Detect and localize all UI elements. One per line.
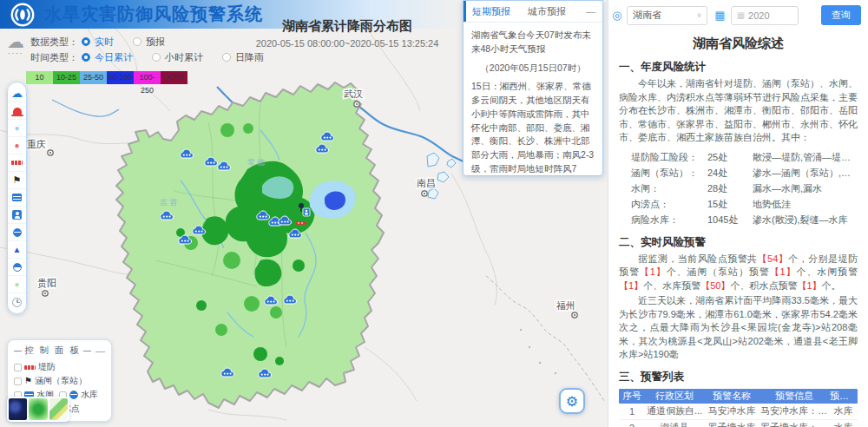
stat-cell: 漏水—水闸,漏水 <box>753 181 858 196</box>
table-cell: 2 <box>619 423 645 427</box>
legend-swatch: >250 <box>161 71 187 84</box>
stat-row: 涵闸（泵站）：24处渗水—涵闸（泵站）,裂缝—涵闸（... <box>631 165 858 181</box>
map-controls: ☁ .... 数据类型： 实时 预报 时间类型： 今日累计 小时累计 日降雨 1… <box>7 34 283 84</box>
control-panel-title: 控 制 面 板 <box>24 345 81 357</box>
green-station-icon: ● <box>14 280 19 289</box>
sidebar-item-station-blue[interactable]: ● <box>8 120 26 137</box>
half-circle-icon <box>13 263 22 272</box>
stat-cell: 水闸： <box>631 181 707 196</box>
stat-cell: 内涝点： <box>631 196 707 212</box>
app-logo-icon <box>9 2 36 28</box>
table-header-cell: 序号 <box>619 390 645 403</box>
table-header-cell: 预警类别 <box>829 390 858 403</box>
stat-row: 水闸：28处漏水—水闸,漏水 <box>631 181 858 196</box>
svg-text:南昌: 南昌 <box>417 178 436 188</box>
forecast-panel-minimize[interactable]: — <box>579 6 602 16</box>
tab-short-term-forecast[interactable]: 短期预报 <box>464 1 519 22</box>
radio-forecast[interactable]: 预报 <box>133 36 165 49</box>
app-window: 吉首 常德 重庆 武汉 南昌 贵阳 福 <box>0 0 868 427</box>
table-cell: 水库 <box>829 404 858 417</box>
time-type-row: 时间类型： 今日累计 小时累计 日降雨 <box>30 49 283 65</box>
stat-cell: 渗水—涵闸（泵站）,裂缝—涵闸（... <box>753 165 858 181</box>
sidebar-item-history[interactable] <box>8 293 26 311</box>
clock-icon <box>12 298 22 307</box>
map-title: 湖南省累计降雨分布图 <box>208 18 486 35</box>
section1-heading: 一、年度风险统计 <box>619 60 858 75</box>
map-settings-button[interactable]: ⚙ <box>559 388 585 414</box>
annual-stats-list: 堤防险工险段：25处散浸—堤防,管涌—堤防,滑坡—堤防,...涵闸（泵站）：24… <box>631 149 858 227</box>
triangle-icon: ▲ <box>13 246 22 254</box>
control-panel-minimize[interactable]: — <box>95 345 105 356</box>
stat-row: 堤防险工险段：25处散浸—堤防,管涌—堤防,滑坡—堤防,... <box>631 149 858 165</box>
year-input[interactable]: ▦ 2020 <box>731 6 799 25</box>
sluice-flag-icon: ⚑ <box>13 175 22 185</box>
checkbox[interactable] <box>14 364 22 371</box>
calendar-icon: ▦ <box>714 9 725 22</box>
legend-swatch: 25-50 <box>80 71 107 84</box>
rain-layer-icon: ☁ <box>11 88 23 99</box>
legend-swatch: 100-250 <box>134 71 161 84</box>
radio-realtime[interactable]: 实时 <box>82 36 114 49</box>
svg-text:福州: 福州 <box>556 300 575 311</box>
stat-row: 病险水库：1045处渗水(散浸),裂缝—水库 <box>631 212 858 227</box>
sidebar-item-reservoir[interactable] <box>8 224 26 241</box>
table-header-cell: 预警名称 <box>704 390 760 403</box>
radio-hourly-total[interactable]: 小时累计 <box>152 51 203 64</box>
warning-count: 【54】 <box>758 253 789 264</box>
radio-dot[interactable] <box>133 37 141 46</box>
svg-text:贵阳: 贵阳 <box>37 278 56 288</box>
checkbox[interactable] <box>14 378 22 385</box>
alarm-bell-icon <box>13 108 22 115</box>
stat-cell: 渗水(散浸),裂缝—水库 <box>753 212 858 227</box>
stat-cell: 堤防险工险段： <box>631 149 707 165</box>
blue-station-icon: ● <box>14 124 19 133</box>
table-header-cell: 行政区划 <box>645 390 704 403</box>
stat-cell: 15处 <box>707 196 753 212</box>
svg-text:武汉: 武汉 <box>344 89 363 99</box>
red-station-icon: ● <box>14 141 19 150</box>
sidebar-item-waterlogging[interactable] <box>8 207 26 224</box>
forecast-panel: 短期预报 城市预报 — 湖南省气象台今天07时发布未来48小时天气预报 （202… <box>463 0 603 176</box>
stat-cell: 涵闸（泵站）： <box>631 165 707 181</box>
sidebar-item-rainfall[interactable]: ☁ <box>8 85 26 102</box>
control-panel-titlebar: 控 制 面 板 — <box>14 345 105 357</box>
thumbnail-forecast-map[interactable] <box>49 398 68 420</box>
sidebar-item-triangle[interactable]: ▲ <box>8 241 26 259</box>
legend-swatch: 10-25 <box>53 71 80 84</box>
radio-daily-rain[interactable]: 日降雨 <box>222 51 264 64</box>
stat-row: 内涝点：15处地势低洼 <box>631 196 858 212</box>
forecast-headline: 湖南省气象台今天07时发布未来48小时天气预报 <box>471 29 595 56</box>
table-cell: 马安冲水库 <box>704 404 760 417</box>
radio-dot[interactable] <box>82 37 90 46</box>
sidebar-item-halfcircle[interactable] <box>8 259 26 276</box>
realtime-warning-paragraph: 据监测，当前风险点预警共【54】个，分别是堤防预警【1】个、涵闸（泵站）预警【1… <box>619 253 858 293</box>
section2-heading: 二、实时风险预警 <box>619 235 858 250</box>
table-row[interactable]: 2溆浦县罗子塘水库罗子塘水库：2020-...水库 <box>619 420 858 427</box>
sidebar-item-gate[interactable] <box>8 189 26 207</box>
stat-cell: 散浸—堤防,管涌—堤防,滑坡—堤防,... <box>753 149 858 165</box>
area-label: 常德 <box>247 158 266 167</box>
region-select[interactable]: 湖南省 ∨ <box>627 6 707 25</box>
table-cell: 马安冲水库：2020-... <box>760 404 829 417</box>
thumbnail-rain-map[interactable] <box>29 398 47 420</box>
sidebar-item-sluice[interactable]: ⚑ <box>8 172 26 189</box>
basemap-thumbnails <box>7 397 69 422</box>
radio-dot[interactable] <box>152 53 161 62</box>
query-toolbar: ◎ 湖南省 ∨ ▦ ▦ 2020 查询 <box>608 0 868 29</box>
sidebar-item-station-red[interactable]: ● <box>8 137 26 154</box>
waterlogging-icon <box>12 210 22 220</box>
table-cell: 溆浦县 <box>645 421 704 427</box>
tab-city-forecast[interactable]: 城市预报 <box>519 1 575 22</box>
layer-toggle-dike[interactable]: 堤防 <box>14 360 56 374</box>
area-label: 吉首 <box>160 198 179 207</box>
radio-dot[interactable] <box>82 53 90 62</box>
sidebar-item-green-dot[interactable]: ● <box>8 276 26 293</box>
thumbnail-radar[interactable] <box>9 398 27 420</box>
radio-today-total[interactable]: 今日累计 <box>82 51 133 64</box>
layer-toggle-sluice[interactable]: ⚑涵闸（泵站） <box>14 374 87 388</box>
table-row[interactable]: 1通道侗族自...马安冲水库马安冲水库：2020-...水库 <box>619 404 858 420</box>
sidebar-item-alarm[interactable] <box>8 102 26 120</box>
radio-dot[interactable] <box>222 53 231 62</box>
query-button[interactable]: 查询 <box>821 5 861 25</box>
sidebar-item-dike[interactable] <box>8 154 26 172</box>
